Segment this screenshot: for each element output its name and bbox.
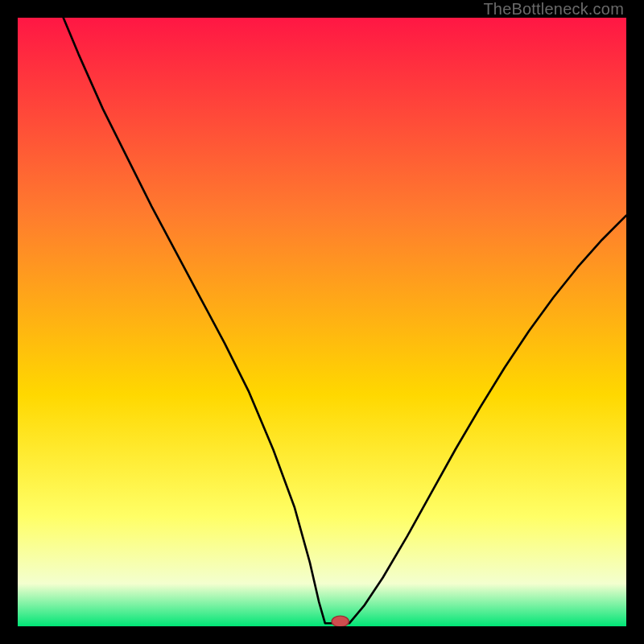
optimal-point-marker xyxy=(332,616,349,626)
bottleneck-chart xyxy=(18,18,626,626)
watermark-text: TheBottleneck.com xyxy=(483,0,624,19)
chart-frame: TheBottleneck.com xyxy=(0,0,644,644)
